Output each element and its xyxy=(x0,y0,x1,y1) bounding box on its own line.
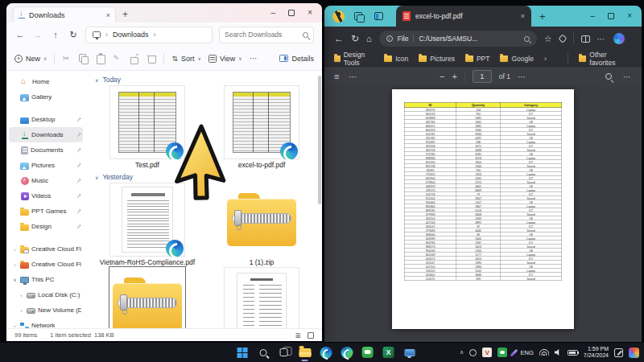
refresh-button[interactable]: ↻ xyxy=(351,33,359,44)
zoom-out-icon[interactable] xyxy=(524,36,530,42)
sidebar-item-creative-cloud-files-person[interactable]: ›Creative Cloud Files Person... xyxy=(9,257,83,272)
more-options-button[interactable]: ⋯ xyxy=(250,54,258,63)
large-icons-view-icon[interactable] xyxy=(308,332,314,339)
page-info-icon[interactable]: i xyxy=(386,35,393,42)
tray-pen-app-icon[interactable] xyxy=(510,348,518,356)
expander-chevron-icon[interactable]: ∨ xyxy=(12,277,18,282)
split-screen-icon[interactable] xyxy=(581,35,590,43)
favorite-pictures[interactable]: Pictures xyxy=(419,55,455,63)
other-favorites[interactable]: Other favorites xyxy=(579,51,632,67)
taskbar-app-edge-beta[interactable] xyxy=(339,344,355,360)
sidebar-item-design[interactable]: Design xyxy=(9,219,83,234)
sort-button[interactable]: ⇅ Sort ∨ xyxy=(171,55,200,63)
workspaces-icon[interactable] xyxy=(354,12,363,21)
expander-chevron-icon[interactable]: › xyxy=(19,293,24,298)
taskbar-app-file-explorer[interactable] xyxy=(297,344,313,360)
group-header-today[interactable]: ∨Today xyxy=(95,74,317,85)
sidebar-item-pictures[interactable]: Pictures xyxy=(9,158,83,173)
pdf-more-left-button[interactable]: ⋯ xyxy=(349,72,357,81)
new-tab-button[interactable]: + xyxy=(539,10,546,23)
url-bar[interactable]: i File C:/Users/SAMSU... xyxy=(379,31,537,47)
home-button[interactable]: ⌂ xyxy=(366,34,372,43)
pdf-page-options-button[interactable]: ⋯ xyxy=(518,72,526,81)
taskbar-app-task-view[interactable] xyxy=(276,344,292,360)
expander-chevron-icon[interactable]: › xyxy=(19,308,24,313)
close-button[interactable]: × xyxy=(627,12,632,20)
sidebar-item-ppt-games[interactable]: PPT Games xyxy=(9,204,83,219)
sidebar-item-home[interactable]: Home xyxy=(9,74,83,89)
taskbar-app-search[interactable] xyxy=(255,344,271,360)
wifi-icon[interactable] xyxy=(539,349,549,356)
favorite-ppt[interactable]: PPT xyxy=(465,55,490,63)
sidebar-item-downloads[interactable]: Downloads xyxy=(9,127,83,142)
tray-chat-app-icon[interactable] xyxy=(497,348,507,357)
sidebar-item-documents[interactable]: Documents xyxy=(9,142,83,158)
back-button[interactable]: ← xyxy=(334,33,344,44)
sidebar-item-this-pc[interactable]: ∨This PC xyxy=(9,272,83,287)
clock[interactable]: 1:59 PM 7/24/2024 xyxy=(584,346,609,360)
paste-button[interactable] xyxy=(96,54,105,64)
forward-button[interactable]: → xyxy=(32,30,43,39)
copy-button[interactable] xyxy=(79,54,89,64)
taskbar-app-excel[interactable]: X xyxy=(381,344,397,360)
list-view-icon[interactable]: ≣ xyxy=(295,331,301,339)
rename-button[interactable] xyxy=(113,54,122,64)
tray-v-app-icon[interactable]: V xyxy=(482,348,492,357)
delete-button[interactable] xyxy=(147,54,156,64)
share-button[interactable] xyxy=(130,54,139,64)
search-box[interactable] xyxy=(219,27,314,43)
favorite-google[interactable]: Google xyxy=(500,55,533,63)
taskbar-app-edge[interactable] xyxy=(318,344,334,360)
up-button[interactable]: ↑ xyxy=(50,30,61,39)
explorer-tab-downloads[interactable]: Downloads × xyxy=(13,6,116,23)
back-button[interactable]: ← xyxy=(14,30,26,39)
windows-ink-icon[interactable] xyxy=(614,348,623,357)
close-button[interactable]: × xyxy=(308,9,312,17)
taskbar-app-chat[interactable] xyxy=(360,344,376,360)
vertical-scrollbar[interactable] xyxy=(318,76,321,204)
expander-chevron-icon[interactable]: › xyxy=(12,247,18,252)
taskbar-app-start[interactable] xyxy=(234,344,250,360)
copilot-icon[interactable] xyxy=(613,33,625,44)
refresh-button[interactable]: ↻ xyxy=(68,30,79,40)
sidebar-item-creative-cloud-files-ntdat[interactable]: ›Creative Cloud Files ntdat... xyxy=(9,241,83,257)
tab-close-icon[interactable]: × xyxy=(521,12,525,20)
tray-ring-icon[interactable] xyxy=(469,349,477,356)
sidebar-item-local-disk-c[interactable]: ›Local Disk (C:) xyxy=(9,287,83,302)
zoom-in-button[interactable]: + xyxy=(452,72,456,81)
extensions-icon[interactable] xyxy=(558,34,567,43)
pdf-search-icon[interactable] xyxy=(605,73,612,80)
favorites-overflow-chevron[interactable]: › xyxy=(544,55,547,63)
details-button[interactable]: Details xyxy=(279,55,314,63)
sidebar-item-new-volume-d[interactable]: ›New Volume (D:) xyxy=(9,302,83,318)
settings-menu-button[interactable]: ⋯ xyxy=(597,35,606,43)
new-button[interactable]: + New ∨ xyxy=(14,55,47,63)
edge-tab-pdf[interactable]: excel-to-pdf.pdf × xyxy=(396,6,531,27)
sidebar-item-desktop[interactable]: Desktop xyxy=(9,112,83,127)
battery-icon[interactable] xyxy=(568,350,578,356)
breadcrumb[interactable]: › Downloads › xyxy=(85,27,213,43)
language-indicator[interactable]: ENG xyxy=(521,349,534,356)
sidebar-item-gallery[interactable]: Gallery xyxy=(9,89,83,105)
file-tile-partial[interactable] xyxy=(211,267,312,328)
profile-avatar[interactable] xyxy=(332,10,345,23)
minimize-button[interactable]: – xyxy=(271,9,276,17)
hidden-icons-chevron[interactable]: ∧ xyxy=(460,349,464,356)
expander-chevron-icon[interactable]: › xyxy=(12,262,18,267)
maximize-button[interactable] xyxy=(608,13,614,19)
table-of-contents-icon[interactable]: ≡ xyxy=(334,72,339,81)
view-button[interactable]: View ∨ xyxy=(208,55,242,63)
favorite-design-tools[interactable]: Design Tools xyxy=(334,51,374,67)
cut-button[interactable] xyxy=(62,54,72,64)
notification-burst-icon[interactable] xyxy=(629,348,639,358)
zoom-out-button[interactable]: − xyxy=(440,72,444,81)
minimize-button[interactable]: – xyxy=(591,12,596,20)
pdf-more-right-button[interactable]: ⋯ xyxy=(623,72,632,81)
file-tile-partial[interactable] xyxy=(97,267,198,328)
maximize-button[interactable] xyxy=(288,10,295,16)
sidebar-item-network[interactable]: ›Network xyxy=(9,318,83,328)
tab-close-icon[interactable]: × xyxy=(106,11,110,19)
tab-actions-icon[interactable] xyxy=(374,12,383,20)
favorite-icon[interactable]: Icon xyxy=(384,55,408,63)
new-tab-button[interactable]: + xyxy=(122,6,128,23)
